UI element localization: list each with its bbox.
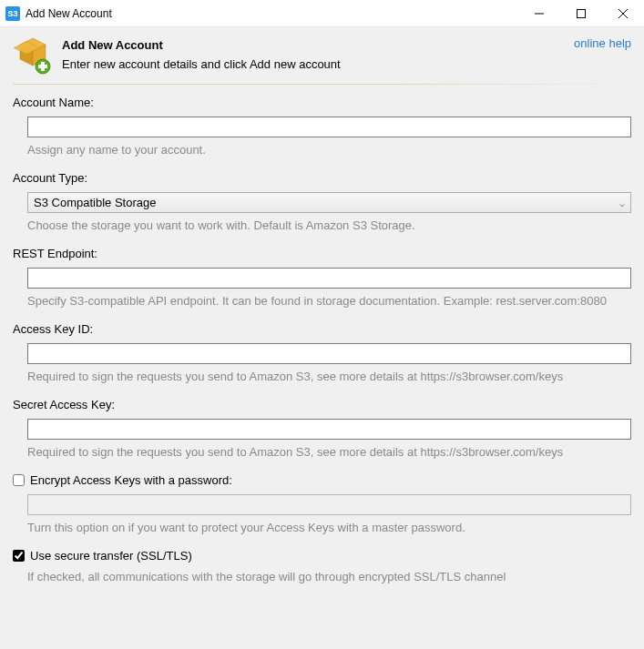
online-help-link[interactable]: online help — [574, 36, 631, 50]
account-type-hint: Choose the storage you want to work with… — [13, 218, 631, 232]
secret-key-label: Secret Access Key: — [13, 398, 631, 411]
svg-rect-10 — [38, 65, 47, 68]
header-subtitle: Enter new account details and click Add … — [62, 57, 341, 71]
encrypt-keys-hint: Turn this option on if you want to prote… — [13, 521, 631, 534]
form: Account Name: Assign any name to your ac… — [0, 96, 644, 583]
titlebar: S3 Add New Account — [0, 0, 644, 27]
rest-endpoint-input[interactable] — [27, 268, 631, 289]
account-type-select[interactable]: S3 Compatible Storage ⌵ — [27, 192, 631, 213]
encrypt-keys-label: Encrypt Access Keys with a password: — [30, 473, 232, 487]
header-separator — [13, 84, 631, 85]
maximize-button[interactable] — [560, 0, 602, 26]
svg-rect-1 — [578, 9, 586, 17]
account-type-value: S3 Compatible Storage — [34, 196, 156, 209]
secure-transfer-label: Use secure transfer (SSL/TLS) — [30, 549, 192, 563]
encrypt-keys-checkbox[interactable] — [13, 474, 25, 486]
account-type-label: Account Type: — [13, 171, 631, 185]
chevron-down-icon: ⌵ — [619, 198, 625, 208]
secret-key-input[interactable] — [27, 419, 631, 440]
dialog-header: Add New Account Enter new account detail… — [0, 27, 644, 84]
close-button[interactable] — [602, 0, 644, 26]
account-name-label: Account Name: — [13, 96, 631, 109]
rest-endpoint-label: REST Endpoint: — [13, 247, 631, 260]
add-account-icon — [13, 36, 53, 76]
access-key-label: Access Key ID: — [13, 322, 631, 336]
encrypt-password-input — [27, 494, 631, 515]
secure-transfer-hint: If checked, all communications with the … — [13, 570, 631, 583]
header-title: Add New Account — [62, 38, 341, 52]
access-key-hint: Required to sign the requests you send t… — [13, 370, 631, 383]
app-icon: S3 — [5, 6, 20, 21]
access-key-input[interactable] — [27, 343, 631, 364]
minimize-button[interactable] — [518, 0, 560, 26]
secret-key-hint: Required to sign the requests you send t… — [13, 445, 631, 459]
rest-endpoint-hint: Specify S3-compatible API endpoint. It c… — [13, 294, 631, 308]
secure-transfer-checkbox[interactable] — [13, 550, 25, 562]
account-name-hint: Assign any name to your account. — [13, 143, 631, 157]
account-name-input[interactable] — [27, 117, 631, 137]
window-title: Add New Account — [26, 7, 518, 20]
